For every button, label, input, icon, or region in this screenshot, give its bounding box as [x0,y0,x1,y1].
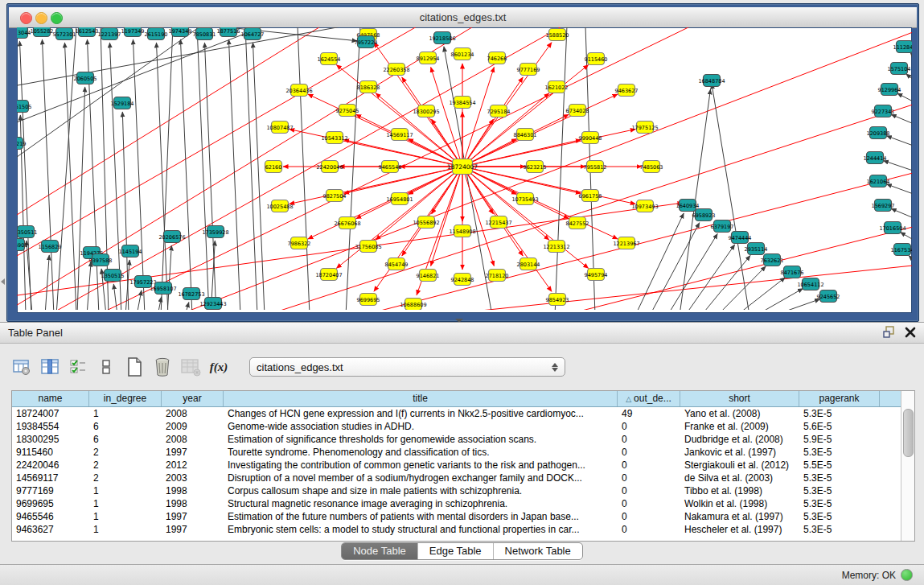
table-cell[interactable]: 0 [618,523,680,536]
table-cell[interactable]: Genome-wide association studies in ADHD. [224,420,618,433]
table-cell[interactable]: 0 [618,510,680,523]
scrollbar-thumb[interactable] [903,409,914,457]
tab-node-table[interactable]: Node Table [342,543,418,559]
table-cell[interactable]: 1997 [162,523,224,536]
column-header-name[interactable]: name [12,391,89,406]
table-cell[interactable]: Franke et al. (2009) [680,420,799,433]
table-cell[interactable]: 49 [618,407,680,420]
table-cell[interactable]: 1 [89,523,162,536]
table-cell[interactable]: 1 [89,407,162,420]
table-cell[interactable]: 19384554 [12,420,89,433]
table-cell[interactable]: 18300295 [12,433,89,446]
table-cell[interactable]: 0 [618,420,680,433]
table-settings-button[interactable] [11,356,32,377]
table-cell[interactable]: 2012 [162,459,224,472]
table-cell[interactable]: Embryonic stem cells: a model to study s… [224,523,618,536]
table-row[interactable]: 1830029562008Estimation of significance … [12,433,914,446]
table-cell[interactable]: Investigating the contribution of common… [224,459,618,472]
left-collapse-arrow-icon[interactable] [1,278,5,285]
table-cell[interactable]: 1998 [162,497,224,510]
table-cell[interactable]: Changes of HCN gene expression and I(f) … [224,407,618,420]
table-cell[interactable]: 9463627 [12,523,89,536]
table-cell[interactable]: 2 [89,446,162,459]
table-cell[interactable]: Estimation of the future numbers of pati… [224,510,618,523]
table-cell[interactable]: 2 [89,472,162,484]
table-cell[interactable]: 5.5E-5 [799,459,880,472]
table-cell[interactable]: 0 [618,433,680,446]
table-cell[interactable]: Hescheler et al. (1997) [680,523,799,536]
table-cell[interactable]: de Silva et al. (2003) [680,472,799,484]
table-cell[interactable]: 5.3E-5 [799,497,880,510]
table-cell[interactable]: 1997 [162,446,224,459]
table-cell[interactable]: 14569117 [12,472,89,484]
table-cell[interactable]: Tibbo et al. (1998) [680,484,799,497]
import-table-button[interactable] [180,356,201,377]
table-cell[interactable]: Nakamura et al. (1997) [680,510,799,523]
table-cell[interactable]: Wolkin et al. (1998) [680,497,799,510]
table-row[interactable]: 2242004622012Investigating the contribut… [12,459,914,472]
table-row[interactable]: 1456911722003Disruption of a novel membe… [12,472,914,484]
table-cell[interactable]: 22420046 [12,459,89,472]
table-row[interactable]: 977716911998Corpus callosum shape and si… [12,484,914,497]
table-cell[interactable]: 9699695 [12,497,89,510]
table-cell[interactable]: 5.3E-5 [799,523,880,536]
table-cell[interactable]: 2008 [162,433,224,446]
table-cell[interactable]: 1 [89,484,162,497]
table-cell[interactable]: 2009 [162,420,224,433]
column-header-in-degree[interactable]: in_degree [89,391,162,406]
table-cell[interactable]: 18724007 [12,407,89,420]
function-builder-button[interactable]: f(x) [208,356,229,377]
new-document-button[interactable] [124,356,145,377]
network-canvas[interactable] [17,27,912,313]
table-cell[interactable]: 5.9E-5 [799,433,880,446]
table-vertical-scrollbar[interactable] [901,391,914,541]
table-cell[interactable]: Dudbridge et al. (2008) [680,433,799,446]
column-header-pagerank[interactable]: pagerank [799,391,880,406]
table-cell[interactable]: 2 [89,459,162,472]
table-cell[interactable]: 5.6E-5 [799,420,880,433]
close-panel-icon[interactable] [905,327,916,338]
table-cell[interactable]: 0 [618,459,680,472]
table-cell[interactable]: 1 [89,497,162,510]
select-columns-button[interactable] [39,356,60,377]
table-chooser-dropdown[interactable]: citations_edges.txt [249,357,565,377]
table-cell[interactable]: 6 [89,433,162,446]
table-row[interactable]: 946362711997Embryonic stem cells: a mode… [12,523,914,536]
delete-button[interactable] [152,356,173,377]
table-cell[interactable]: 0 [618,446,680,459]
table-cell[interactable]: 5.3E-5 [799,407,880,420]
table-cell[interactable]: 2008 [162,407,224,420]
table-cell[interactable]: 1 [89,510,162,523]
float-panel-icon[interactable] [883,326,895,338]
table-row[interactable]: 1938455462009Genome-wide association stu… [12,420,914,433]
tab-network-table[interactable]: Network Table [494,543,582,559]
column-header-out-de-[interactable]: △out_de... [618,391,680,406]
table-cell[interactable]: 1998 [162,484,224,497]
table-cell[interactable]: 5.3E-5 [799,484,880,497]
table-row[interactable]: 969969511998Structural magnetic resonanc… [12,497,914,510]
table-cell[interactable]: Corpus callosum shape and size in male p… [224,484,618,497]
table-cell[interactable]: 5.3E-5 [799,446,880,459]
checklist-button[interactable] [68,356,88,377]
table-cell[interactable]: 9465546 [12,510,89,523]
table-cell[interactable]: 1997 [162,510,224,523]
column-header-short[interactable]: short [680,391,799,406]
network-window-titlebar[interactable]: citations_edges.txt [9,7,917,28]
tab-edge-table[interactable]: Edge Table [418,543,494,559]
memory-status-indicator[interactable] [901,569,913,581]
table-row[interactable]: 946554611997Estimation of the future num… [12,510,914,523]
table-cell[interactable]: Estimation of significance thresholds fo… [224,433,618,446]
table-cell[interactable]: Structural magnetic resonance image aver… [224,497,618,510]
table-row[interactable]: 911546021997Tourette syndrome. Phenomeno… [12,446,914,459]
table-cell[interactable]: Stergiakouli et al. (2012) [680,459,799,472]
table-cell[interactable]: 9115460 [12,446,89,459]
table-cell[interactable]: 9777169 [12,484,89,497]
table-row[interactable]: 1872400712008Changes of HCN gene express… [12,407,914,420]
column-header-title[interactable]: title [224,391,618,406]
table-cell[interactable]: 0 [618,472,680,484]
rows-button[interactable] [96,356,117,377]
table-cell[interactable]: 0 [618,497,680,510]
table-cell[interactable]: Disruption of a novel member of a sodium… [224,472,618,484]
table-cell[interactable]: 5.3E-5 [799,472,880,484]
table-cell[interactable]: Jankovic et al. (1997) [680,446,799,459]
